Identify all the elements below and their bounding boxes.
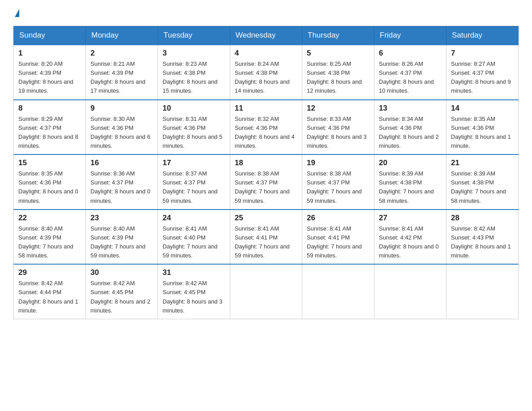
day-number: 9 (90, 104, 153, 113)
day-info: Sunrise: 8:38 AMSunset: 4:37 PMDaylight:… (307, 169, 369, 206)
day-info: Sunrise: 8:30 AMSunset: 4:36 PMDaylight:… (90, 115, 153, 151)
calendar-cell (374, 264, 446, 319)
calendar-cell: 3Sunrise: 8:23 AMSunset: 4:38 PMDaylight… (158, 45, 230, 100)
calendar-cell: 25Sunrise: 8:41 AMSunset: 4:41 PMDayligh… (230, 210, 302, 265)
day-info: Sunrise: 8:35 AMSunset: 4:36 PMDaylight:… (451, 115, 514, 151)
calendar-table: SundayMondayTuesdayWednesdayThursdayFrid… (13, 26, 519, 319)
day-info: Sunrise: 8:35 AMSunset: 4:36 PMDaylight:… (18, 169, 81, 206)
day-info: Sunrise: 8:25 AMSunset: 4:38 PMDaylight:… (307, 60, 369, 96)
calendar-cell (446, 264, 519, 319)
calendar-week-row-3: 15Sunrise: 8:35 AMSunset: 4:36 PMDayligh… (14, 154, 519, 210)
calendar-cell: 24Sunrise: 8:41 AMSunset: 4:40 PMDayligh… (158, 210, 230, 265)
logo-triangle-icon (15, 9, 19, 17)
day-info: Sunrise: 8:23 AMSunset: 4:38 PMDaylight:… (163, 60, 225, 96)
day-number: 5 (307, 49, 369, 58)
day-info: Sunrise: 8:42 AMSunset: 4:44 PMDaylight:… (18, 279, 81, 315)
day-number: 27 (379, 214, 442, 223)
day-info: Sunrise: 8:42 AMSunset: 4:45 PMDaylight:… (90, 279, 153, 315)
day-info: Sunrise: 8:37 AMSunset: 4:37 PMDaylight:… (163, 169, 225, 206)
calendar-cell: 27Sunrise: 8:41 AMSunset: 4:42 PMDayligh… (374, 210, 446, 265)
day-number: 7 (451, 49, 514, 58)
day-number: 4 (235, 49, 297, 58)
day-info: Sunrise: 8:41 AMSunset: 4:40 PMDaylight:… (163, 224, 225, 261)
day-number: 26 (307, 214, 369, 223)
day-info: Sunrise: 8:21 AMSunset: 4:39 PMDaylight:… (90, 60, 153, 96)
day-info: Sunrise: 8:42 AMSunset: 4:43 PMDaylight:… (451, 224, 514, 261)
calendar-cell: 8Sunrise: 8:29 AMSunset: 4:37 PMDaylight… (14, 100, 86, 155)
calendar-cell: 20Sunrise: 8:39 AMSunset: 4:38 PMDayligh… (374, 154, 446, 210)
calendar-cell: 19Sunrise: 8:38 AMSunset: 4:37 PMDayligh… (302, 154, 374, 210)
day-number: 24 (163, 214, 225, 223)
calendar-cell (302, 264, 374, 319)
calendar-cell: 2Sunrise: 8:21 AMSunset: 4:39 PMDaylight… (86, 45, 158, 100)
day-number: 15 (18, 158, 81, 167)
day-info: Sunrise: 8:26 AMSunset: 4:37 PMDaylight:… (379, 60, 442, 96)
day-number: 2 (90, 49, 153, 58)
day-info: Sunrise: 8:29 AMSunset: 4:37 PMDaylight:… (18, 115, 81, 151)
day-number: 22 (18, 214, 81, 223)
page-header (13, 9, 519, 17)
day-info: Sunrise: 8:20 AMSunset: 4:39 PMDaylight:… (18, 60, 81, 96)
calendar-cell: 13Sunrise: 8:34 AMSunset: 4:36 PMDayligh… (374, 100, 446, 155)
calendar-cell: 1Sunrise: 8:20 AMSunset: 4:39 PMDaylight… (14, 45, 86, 100)
calendar-header-row: SundayMondayTuesdayWednesdayThursdayFrid… (14, 26, 519, 45)
day-info: Sunrise: 8:41 AMSunset: 4:42 PMDaylight:… (379, 224, 442, 261)
day-info: Sunrise: 8:38 AMSunset: 4:37 PMDaylight:… (235, 169, 297, 206)
calendar-header-sunday: Sunday (14, 26, 86, 45)
day-number: 11 (235, 104, 297, 113)
calendar-cell: 4Sunrise: 8:24 AMSunset: 4:38 PMDaylight… (230, 45, 302, 100)
calendar-header-friday: Friday (374, 26, 446, 45)
calendar-header-saturday: Saturday (446, 26, 519, 45)
calendar-cell: 6Sunrise: 8:26 AMSunset: 4:37 PMDaylight… (374, 45, 446, 100)
day-info: Sunrise: 8:33 AMSunset: 4:36 PMDaylight:… (307, 115, 369, 151)
logo (13, 9, 19, 17)
day-info: Sunrise: 8:27 AMSunset: 4:37 PMDaylight:… (451, 60, 514, 96)
calendar-cell: 30Sunrise: 8:42 AMSunset: 4:45 PMDayligh… (86, 264, 158, 319)
calendar-header-wednesday: Wednesday (230, 26, 302, 45)
day-number: 12 (307, 104, 369, 113)
calendar-week-row-4: 22Sunrise: 8:40 AMSunset: 4:39 PMDayligh… (14, 210, 519, 265)
day-number: 3 (163, 49, 225, 58)
calendar-cell: 16Sunrise: 8:36 AMSunset: 4:37 PMDayligh… (86, 154, 158, 210)
calendar-week-row-5: 29Sunrise: 8:42 AMSunset: 4:44 PMDayligh… (14, 264, 519, 319)
day-info: Sunrise: 8:40 AMSunset: 4:39 PMDaylight:… (90, 224, 153, 261)
day-info: Sunrise: 8:32 AMSunset: 4:36 PMDaylight:… (235, 115, 297, 151)
calendar-cell: 15Sunrise: 8:35 AMSunset: 4:36 PMDayligh… (14, 154, 86, 210)
day-info: Sunrise: 8:39 AMSunset: 4:38 PMDaylight:… (379, 169, 442, 206)
day-number: 17 (163, 158, 225, 167)
calendar-cell: 22Sunrise: 8:40 AMSunset: 4:39 PMDayligh… (14, 210, 86, 265)
day-number: 8 (18, 104, 81, 113)
day-number: 16 (90, 158, 153, 167)
calendar-cell: 21Sunrise: 8:39 AMSunset: 4:38 PMDayligh… (446, 154, 519, 210)
day-number: 18 (235, 158, 297, 167)
day-number: 10 (163, 104, 225, 113)
day-number: 23 (90, 214, 153, 223)
day-number: 6 (379, 49, 442, 58)
day-info: Sunrise: 8:31 AMSunset: 4:36 PMDaylight:… (163, 115, 225, 151)
calendar-cell: 31Sunrise: 8:42 AMSunset: 4:45 PMDayligh… (158, 264, 230, 319)
day-number: 21 (451, 158, 514, 167)
day-number: 29 (18, 268, 81, 277)
day-number: 31 (163, 268, 225, 277)
day-number: 30 (90, 268, 153, 277)
calendar-cell: 11Sunrise: 8:32 AMSunset: 4:36 PMDayligh… (230, 100, 302, 155)
day-number: 20 (379, 158, 442, 167)
calendar-header-tuesday: Tuesday (158, 26, 230, 45)
day-info: Sunrise: 8:36 AMSunset: 4:37 PMDaylight:… (90, 169, 153, 206)
day-info: Sunrise: 8:41 AMSunset: 4:41 PMDaylight:… (307, 224, 369, 261)
day-info: Sunrise: 8:41 AMSunset: 4:41 PMDaylight:… (235, 224, 297, 261)
calendar-week-row-1: 1Sunrise: 8:20 AMSunset: 4:39 PMDaylight… (14, 45, 519, 100)
calendar-cell: 18Sunrise: 8:38 AMSunset: 4:37 PMDayligh… (230, 154, 302, 210)
day-info: Sunrise: 8:40 AMSunset: 4:39 PMDaylight:… (18, 224, 81, 261)
calendar-cell (230, 264, 302, 319)
calendar-cell: 26Sunrise: 8:41 AMSunset: 4:41 PMDayligh… (302, 210, 374, 265)
calendar-header-monday: Monday (86, 26, 158, 45)
day-number: 14 (451, 104, 514, 113)
calendar-cell: 5Sunrise: 8:25 AMSunset: 4:38 PMDaylight… (302, 45, 374, 100)
day-number: 25 (235, 214, 297, 223)
calendar-cell: 14Sunrise: 8:35 AMSunset: 4:36 PMDayligh… (446, 100, 519, 155)
day-info: Sunrise: 8:24 AMSunset: 4:38 PMDaylight:… (235, 60, 297, 96)
day-info: Sunrise: 8:42 AMSunset: 4:45 PMDaylight:… (163, 279, 225, 315)
day-number: 13 (379, 104, 442, 113)
calendar-cell: 28Sunrise: 8:42 AMSunset: 4:43 PMDayligh… (446, 210, 519, 265)
